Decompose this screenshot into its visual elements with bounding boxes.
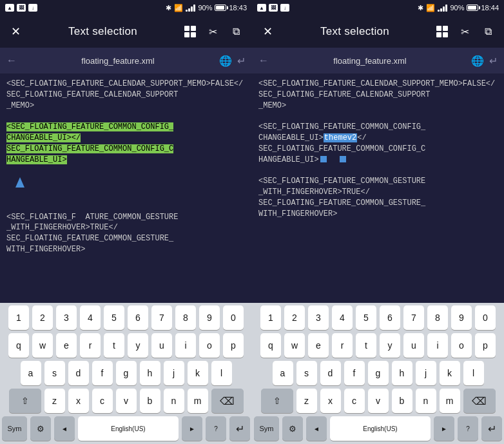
key-n-right[interactable]: n — [416, 389, 436, 413]
key-6-right[interactable]: 6 — [380, 305, 400, 330]
globe-icon-right[interactable]: 🌐 — [471, 55, 484, 67]
sym-key-right[interactable]: Sym — [254, 416, 279, 441]
enter-key-left[interactable]: ↵ — [229, 416, 250, 441]
key-3-left[interactable]: 3 — [56, 305, 77, 330]
key-b-right[interactable]: b — [392, 389, 412, 413]
key-1-right[interactable]: 1 — [260, 305, 281, 330]
key-u-right[interactable]: u — [403, 333, 424, 358]
key-s-right[interactable]: s — [296, 361, 317, 385]
left-arrow-lang-right[interactable]: ◄ — [306, 416, 327, 441]
key-w-left[interactable]: w — [32, 333, 53, 358]
key-v-left[interactable]: v — [116, 389, 137, 413]
question-key-right[interactable]: ? — [458, 416, 478, 441]
shift-key-right[interactable]: ⇧ — [261, 389, 293, 413]
key-e-right[interactable]: e — [308, 333, 329, 358]
enter-key-right[interactable]: ↵ — [481, 416, 502, 441]
key-j-left[interactable]: j — [164, 361, 184, 385]
key-k-right[interactable]: k — [440, 361, 460, 385]
space-key-right[interactable]: English(US) — [330, 416, 431, 441]
key-h-right[interactable]: h — [392, 361, 412, 385]
key-a-right[interactable]: a — [273, 361, 293, 385]
scissors-button-right[interactable]: ✂ — [458, 24, 473, 39]
grid-button-right[interactable] — [434, 24, 450, 39]
key-q-left[interactable]: q — [8, 333, 29, 358]
key-9-right[interactable]: 9 — [451, 305, 472, 330]
key-m-right[interactable]: m — [440, 389, 460, 413]
scissors-button-left[interactable]: ✂ — [206, 24, 221, 39]
key-d-right[interactable]: d — [320, 361, 341, 385]
close-icon-left[interactable]: ✕ — [11, 24, 21, 39]
key-6-left[interactable]: 6 — [128, 305, 148, 330]
key-f-left[interactable]: f — [92, 361, 113, 385]
copy-button-right[interactable]: ⧉ — [481, 24, 496, 39]
key-5-left[interactable]: 5 — [104, 305, 124, 330]
key-o-right[interactable]: o — [451, 333, 472, 358]
key-z-right[interactable]: z — [296, 389, 317, 413]
key-n-left[interactable]: n — [164, 389, 184, 413]
sym-key-left[interactable]: Sym — [2, 416, 27, 441]
gear-key-left[interactable]: ⚙ — [30, 416, 51, 441]
key-i-right[interactable]: i — [427, 333, 448, 358]
question-key-left[interactable]: ? — [206, 416, 226, 441]
key-2-left[interactable]: 2 — [32, 305, 53, 330]
key-w-right[interactable]: w — [284, 333, 305, 358]
key-9-left[interactable]: 9 — [199, 305, 220, 330]
backspace-key-right[interactable]: ⌫ — [463, 389, 496, 413]
key-3-right[interactable]: 3 — [308, 305, 329, 330]
key-p-right[interactable]: p — [475, 333, 496, 358]
back-arrow-right[interactable]: ← — [258, 55, 269, 66]
key-l-left[interactable]: l — [211, 361, 232, 385]
grid-button-left[interactable] — [182, 24, 198, 39]
enter-icon-right[interactable]: ↵ — [489, 55, 498, 67]
enter-icon-left[interactable]: ↵ — [237, 55, 246, 67]
right-arrow-lang-left[interactable]: ► — [182, 416, 202, 441]
key-f-right[interactable]: f — [344, 361, 365, 385]
copy-button-left[interactable]: ⧉ — [229, 24, 244, 39]
key-r-left[interactable]: r — [80, 333, 101, 358]
back-arrow-left[interactable]: ← — [6, 55, 17, 66]
key-u-left[interactable]: u — [151, 333, 172, 358]
key-m-left[interactable]: m — [188, 389, 208, 413]
shift-key-left[interactable]: ⇧ — [9, 389, 41, 413]
key-c-left[interactable]: c — [92, 389, 113, 413]
key-0-right[interactable]: 0 — [475, 305, 496, 330]
key-8-right[interactable]: 8 — [427, 305, 448, 330]
close-icon-right[interactable]: ✕ — [263, 24, 273, 39]
key-8-left[interactable]: 8 — [175, 305, 196, 330]
key-p-left[interactable]: p — [223, 333, 244, 358]
key-a-left[interactable]: a — [21, 361, 41, 385]
key-v-right[interactable]: v — [368, 389, 389, 413]
close-button-right[interactable]: ✕ — [260, 24, 275, 39]
key-l-right[interactable]: l — [463, 361, 484, 385]
space-key-left[interactable]: English(US) — [78, 416, 179, 441]
key-7-right[interactable]: 7 — [403, 305, 424, 330]
key-y-right[interactable]: y — [380, 333, 400, 358]
key-2-right[interactable]: 2 — [284, 305, 305, 330]
key-b-left[interactable]: b — [140, 389, 160, 413]
key-t-right[interactable]: t — [356, 333, 376, 358]
key-g-right[interactable]: g — [368, 361, 389, 385]
key-4-right[interactable]: 4 — [332, 305, 353, 330]
key-1-left[interactable]: 1 — [8, 305, 29, 330]
globe-icon-left[interactable]: 🌐 — [219, 55, 232, 67]
key-e-left[interactable]: e — [56, 333, 77, 358]
key-i-left[interactable]: i — [175, 333, 196, 358]
key-7-left[interactable]: 7 — [151, 305, 172, 330]
gear-key-right[interactable]: ⚙ — [282, 416, 303, 441]
key-s-left[interactable]: s — [44, 361, 65, 385]
key-4-left[interactable]: 4 — [80, 305, 101, 330]
key-g-left[interactable]: g — [116, 361, 137, 385]
key-d-left[interactable]: d — [68, 361, 89, 385]
backspace-key-left[interactable]: ⌫ — [211, 389, 244, 413]
key-k-left[interactable]: k — [188, 361, 208, 385]
key-h-left[interactable]: h — [140, 361, 160, 385]
left-arrow-lang-left[interactable]: ◄ — [54, 416, 75, 441]
key-c-right[interactable]: c — [344, 389, 365, 413]
key-x-right[interactable]: x — [320, 389, 341, 413]
key-z-left[interactable]: z — [44, 389, 65, 413]
key-t-left[interactable]: t — [104, 333, 124, 358]
key-0-left[interactable]: 0 — [223, 305, 244, 330]
key-j-right[interactable]: j — [416, 361, 436, 385]
close-button-left[interactable]: ✕ — [8, 24, 23, 39]
right-arrow-lang-right[interactable]: ► — [434, 416, 454, 441]
